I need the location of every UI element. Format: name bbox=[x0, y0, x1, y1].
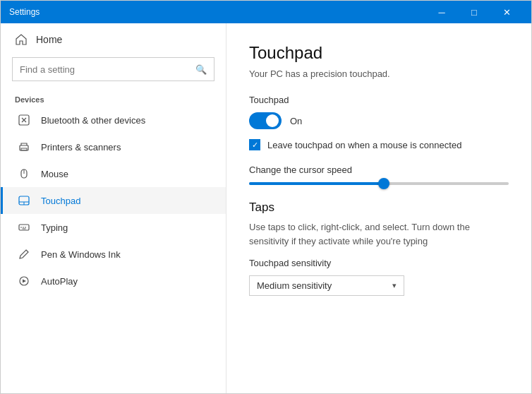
touchpad-toggle[interactable] bbox=[249, 112, 282, 129]
window-content: Home 🔍 Devices Bluetooth & other devices bbox=[1, 23, 531, 393]
leave-touchpad-checkbox[interactable]: ✓ bbox=[249, 139, 260, 150]
toggle-thumb bbox=[266, 114, 279, 127]
sensitivity-label: Touchpad sensitivity bbox=[249, 258, 509, 268]
search-input[interactable] bbox=[20, 64, 195, 75]
checkbox-label: Leave touchpad on when a mouse is connec… bbox=[267, 140, 461, 150]
sidebar-autoplay-label: AutoPlay bbox=[41, 276, 78, 287]
svg-rect-2 bbox=[21, 148, 27, 150]
mouse-icon bbox=[17, 167, 31, 181]
checkbox-checkmark: ✓ bbox=[252, 141, 258, 150]
taps-heading: Taps bbox=[249, 201, 509, 215]
sidebar-item-home[interactable]: Home bbox=[1, 26, 226, 53]
page-title: Touchpad bbox=[249, 43, 509, 63]
sidebar-bluetooth-label: Bluetooth & other devices bbox=[41, 115, 145, 126]
sidebar-typing-label: Typing bbox=[41, 222, 68, 233]
subtitle: Your PC has a precision touchpad. bbox=[249, 68, 509, 79]
touchpad-icon bbox=[17, 193, 31, 208]
search-box[interactable]: 🔍 bbox=[12, 57, 214, 81]
touchpad-toggle-row: On bbox=[249, 112, 509, 129]
taps-desc: Use taps to click, right-click, and sele… bbox=[249, 220, 509, 248]
toggle-state-label: On bbox=[290, 116, 302, 126]
slider-fill bbox=[249, 182, 384, 185]
titlebar-controls: ─ □ ✕ bbox=[425, 1, 523, 23]
search-icon: 🔍 bbox=[195, 64, 207, 75]
bluetooth-icon bbox=[17, 113, 31, 127]
sidebar-item-typing[interactable]: Typing bbox=[1, 214, 226, 241]
sidebar: Home 🔍 Devices Bluetooth & other devices bbox=[1, 23, 226, 393]
slider-title: Change the cursor speed bbox=[249, 165, 509, 175]
sidebar-printers-label: Printers & scanners bbox=[41, 142, 121, 153]
sidebar-home-label: Home bbox=[36, 34, 62, 45]
sidebar-item-touchpad[interactable]: Touchpad bbox=[1, 187, 226, 214]
main-content: Touchpad Your PC has a precision touchpa… bbox=[226, 23, 531, 393]
maximize-button[interactable]: □ bbox=[458, 1, 490, 23]
sidebar-touchpad-label: Touchpad bbox=[41, 196, 80, 206]
home-icon bbox=[15, 33, 28, 46]
settings-window: Settings ─ □ ✕ Home 🔍 bbox=[0, 0, 532, 394]
svg-rect-8 bbox=[19, 225, 29, 230]
touchpad-section-label: Touchpad bbox=[249, 95, 509, 105]
typing-icon bbox=[17, 220, 31, 234]
titlebar-title: Settings bbox=[9, 7, 425, 17]
sidebar-item-pen[interactable]: Pen & Windows Ink bbox=[1, 241, 226, 268]
slider-thumb[interactable] bbox=[378, 178, 389, 189]
sidebar-item-mouse[interactable]: Mouse bbox=[1, 160, 226, 187]
titlebar: Settings ─ □ ✕ bbox=[1, 1, 531, 23]
checkbox-row: ✓ Leave touchpad on when a mouse is conn… bbox=[249, 139, 509, 150]
sidebar-section-label: Devices bbox=[1, 90, 226, 107]
sidebar-item-bluetooth[interactable]: Bluetooth & other devices bbox=[1, 107, 226, 133]
slider-track[interactable] bbox=[249, 182, 509, 185]
sidebar-pen-label: Pen & Windows Ink bbox=[41, 249, 121, 260]
sidebar-item-autoplay[interactable]: AutoPlay bbox=[1, 268, 226, 294]
sensitivity-value: Medium sensitivity bbox=[257, 280, 332, 291]
sensitivity-row: Touchpad sensitivity Medium sensitivity … bbox=[249, 258, 509, 296]
minimize-button[interactable]: ─ bbox=[425, 1, 458, 23]
sidebar-item-printers[interactable]: Printers & scanners bbox=[1, 133, 226, 160]
sidebar-mouse-label: Mouse bbox=[41, 169, 68, 179]
autoplay-icon bbox=[17, 274, 31, 288]
sensitivity-dropdown[interactable]: Medium sensitivity ▾ bbox=[249, 275, 404, 296]
slider-section: Change the cursor speed bbox=[249, 165, 509, 185]
pen-icon bbox=[17, 247, 31, 261]
chevron-down-icon: ▾ bbox=[392, 281, 397, 290]
close-button[interactable]: ✕ bbox=[490, 1, 523, 23]
printer-icon bbox=[17, 140, 31, 154]
